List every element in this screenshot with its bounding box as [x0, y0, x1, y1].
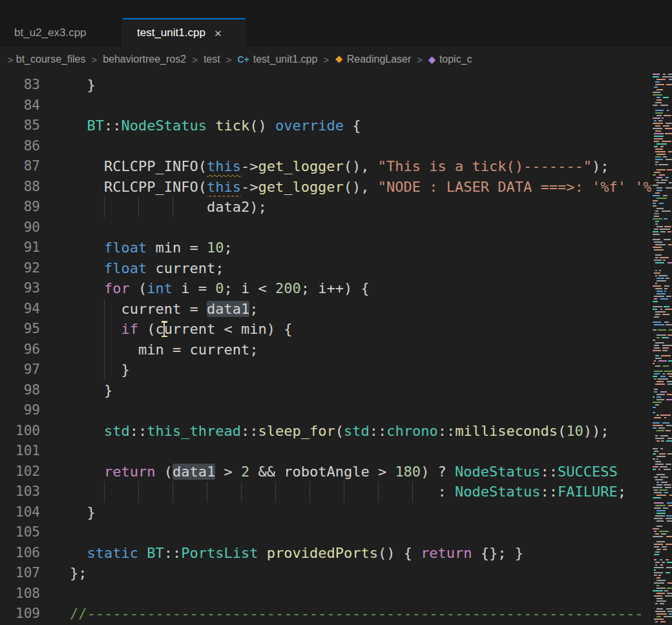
code-line[interactable]: 92 float current;: [0, 258, 651, 279]
line-number[interactable]: 99: [0, 400, 40, 421]
line-number[interactable]: 108: [0, 584, 40, 604]
breadcrumb-item-class[interactable]: ❖ ReadingLaser: [335, 54, 411, 65]
code-line[interactable]: 86: [0, 136, 651, 157]
code-line[interactable]: 101: [0, 441, 651, 462]
code-line[interactable]: 87 RCLCPP_INFO(this->get_logger(), "This…: [0, 156, 651, 177]
code-token: FAILURE: [558, 484, 618, 500]
code-line[interactable]: 102 return (data1 > 2 && robotAngle > 18…: [0, 462, 651, 482]
line-number[interactable]: 91: [0, 238, 40, 258]
tab-bt_u2_ex3[interactable]: bt_u2_ex3.cpp: [0, 18, 123, 46]
code-line[interactable]: 97 }: [0, 360, 651, 380]
code-line[interactable]: 94 current = data1;: [0, 299, 651, 320]
minimap-line: [652, 577, 672, 579]
line-number[interactable]: 102: [0, 462, 40, 482]
line-number[interactable]: 95: [0, 319, 40, 340]
line-number[interactable]: 105: [0, 522, 40, 543]
code-text[interactable]: };: [70, 563, 651, 584]
line-number[interactable]: 98: [0, 380, 40, 401]
code-text[interactable]: float min = 10;: [70, 238, 651, 258]
code-text[interactable]: [70, 441, 651, 462]
code-text[interactable]: }: [70, 360, 651, 380]
line-number[interactable]: 83: [0, 75, 40, 96]
line-number[interactable]: 107: [0, 563, 40, 584]
code-line[interactable]: 104 }: [0, 502, 651, 523]
code-line[interactable]: 109//-----------------------------------…: [0, 604, 651, 624]
code-area[interactable]: 83 }8485 BT::NodeStatus tick() override …: [0, 72, 651, 625]
line-number[interactable]: 94: [0, 299, 40, 320]
breadcrumb-item-test[interactable]: test: [204, 54, 220, 65]
line-number[interactable]: 100: [0, 421, 40, 442]
code-text[interactable]: BT::NodeStatus tick() override {: [70, 116, 651, 136]
close-tab-icon[interactable]: ×: [215, 27, 222, 39]
code-text[interactable]: RCLCPP_INFO(this->get_logger(), "This is…: [70, 156, 651, 177]
minimap-line: [652, 130, 672, 132]
code-text[interactable]: min = current;: [70, 340, 651, 360]
code-line[interactable]: 108: [0, 584, 651, 604]
code-line[interactable]: 84: [0, 96, 651, 116]
minimap-line: [652, 229, 672, 230]
code-text[interactable]: static BT::PortsList providedPorts() { r…: [70, 543, 651, 564]
line-number[interactable]: 85: [0, 116, 40, 136]
line-number[interactable]: 104: [0, 502, 40, 523]
line-number[interactable]: 96: [0, 340, 40, 360]
code-text[interactable]: [70, 400, 651, 421]
line-number[interactable]: 93: [0, 278, 40, 299]
code-line[interactable]: 99: [0, 400, 651, 421]
code-line[interactable]: 83 }: [0, 75, 651, 96]
code-text[interactable]: data2);: [70, 197, 651, 218]
code-line[interactable]: 100 std::this_thread::sleep_for(std::chr…: [0, 421, 651, 442]
line-number[interactable]: 84: [0, 96, 40, 116]
breadcrumb-item-method[interactable]: ◆ topic_c: [428, 54, 472, 65]
code-line[interactable]: 105: [0, 522, 651, 543]
line-number[interactable]: 92: [0, 258, 40, 279]
code-line[interactable]: 93 for (int i = 0; i < 200; i++) {: [0, 278, 651, 299]
code-text[interactable]: [70, 218, 651, 238]
line-number[interactable]: 87: [0, 156, 40, 177]
code-line[interactable]: 107};: [0, 563, 651, 584]
code-text[interactable]: }: [70, 75, 651, 96]
code-line[interactable]: 91 float min = 10;: [0, 238, 651, 258]
breadcrumb-item-behaviortree_ros2[interactable]: behaviortree_ros2: [103, 54, 186, 65]
tab-test_unit1[interactable]: test_unit1.cpp ×: [123, 18, 246, 46]
line-number[interactable]: 106: [0, 543, 40, 564]
code-text[interactable]: [70, 522, 651, 543]
code-line[interactable]: 96 min = current;: [0, 340, 651, 360]
code-line[interactable]: 106 static BT::PortsList providedPorts()…: [0, 543, 651, 564]
code-text[interactable]: return (data1 > 2 && robotAngle > 180) ?…: [70, 462, 651, 482]
code-line[interactable]: 89 data2);: [0, 197, 651, 218]
code-text[interactable]: [70, 584, 651, 604]
code-line[interactable]: 98 }: [0, 380, 651, 401]
line-number[interactable]: 103: [0, 482, 40, 502]
code-text[interactable]: std::this_thread::sleep_for(std::chrono:…: [70, 421, 651, 442]
code-token: ::: [104, 118, 121, 134]
line-number[interactable]: 109: [0, 604, 40, 624]
breadcrumb-item-file[interactable]: C+ test_unit1.cpp: [237, 54, 317, 65]
line-number[interactable]: 97: [0, 360, 40, 380]
code-text[interactable]: current = data1;: [70, 299, 651, 320]
code-text[interactable]: RCLCPP_INFO(this->get_logger(), "NODE : …: [70, 177, 651, 198]
minimap-line: [652, 198, 672, 199]
line-number[interactable]: 101: [0, 441, 40, 462]
code-line[interactable]: 90: [0, 218, 651, 238]
code-text[interactable]: }: [70, 502, 651, 523]
breadcrumb-item-bt_course_files[interactable]: bt_course_files: [16, 54, 86, 65]
code-text[interactable]: for (int i = 0; i < 200; i++) {: [70, 278, 651, 299]
code-text[interactable]: : NodeStatus::FAILURE;: [70, 482, 651, 502]
code-text[interactable]: //--------------------------------------…: [70, 604, 651, 624]
code-token: [70, 464, 104, 480]
code-line[interactable]: 103 : NodeStatus::FAILURE;: [0, 482, 651, 502]
code-text[interactable]: [70, 96, 651, 116]
code-text[interactable]: if (current < min) {: [70, 319, 651, 340]
code-text[interactable]: float current;: [70, 258, 651, 279]
code-text[interactable]: [70, 136, 651, 157]
code-line[interactable]: 85 BT::NodeStatus tick() override {: [0, 116, 651, 136]
minimap[interactable]: [651, 72, 672, 625]
line-number[interactable]: 86: [0, 136, 40, 157]
line-number[interactable]: 89: [0, 197, 40, 218]
code-line[interactable]: 95 if (current < min) {: [0, 319, 651, 340]
line-number[interactable]: 90: [0, 218, 40, 238]
code-line[interactable]: 88 RCLCPP_INFO(this->get_logger(), "NODE…: [0, 177, 651, 198]
minimap-line: [652, 510, 672, 511]
line-number[interactable]: 88: [0, 177, 40, 198]
code-text[interactable]: }: [70, 380, 651, 401]
